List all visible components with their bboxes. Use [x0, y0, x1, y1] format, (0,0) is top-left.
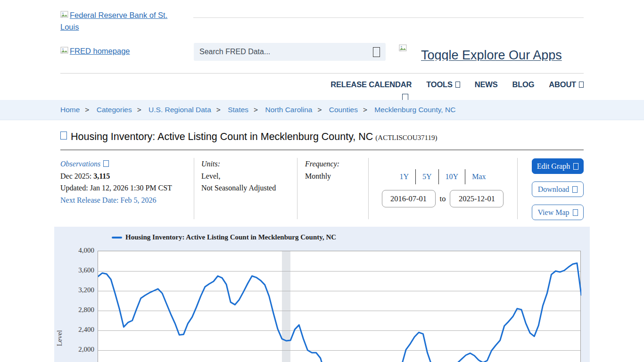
- frequency-value: Monthly: [305, 170, 339, 182]
- y-axis-tick-label: 4,000: [66, 247, 94, 255]
- range-1y-button[interactable]: 1Y: [393, 171, 415, 183]
- legend-label: Housing Inventory: Active Listing Count …: [125, 233, 336, 241]
- nav-blog[interactable]: BLOG: [512, 80, 534, 89]
- series-link-icon: [60, 132, 67, 140]
- download-button[interactable]: Download: [532, 181, 584, 197]
- start-date-input[interactable]: [382, 190, 436, 207]
- to-label: to: [440, 193, 446, 205]
- breadcrumb-home[interactable]: Home: [60, 106, 80, 114]
- breadcrumb-separator: >: [254, 106, 258, 114]
- fred-series-page: { "header": { "frb_logo_alt": "Federal R…: [0, 0, 644, 362]
- y-axis-tick-label: 2,000: [66, 346, 94, 354]
- page-title: Housing Inventory: Active Listing Count …: [71, 131, 373, 142]
- caret-down-icon: [455, 82, 460, 88]
- title-divider: [60, 149, 584, 150]
- breadcrumb-counties[interactable]: Counties: [329, 106, 358, 114]
- updated-timestamp: Updated: Jan 12, 2026 1:30 PM CST: [60, 182, 172, 194]
- series-title-row: Housing Inventory: Active Listing Count …: [60, 131, 584, 143]
- next-release-link[interactable]: Next Release Date: Feb 5, 2026: [60, 196, 157, 204]
- meta-divider: [194, 158, 194, 219]
- broken-image-icon: [399, 44, 407, 53]
- frb-stl-logo-alt-text: Federal Reserve Bank of St. Louis: [60, 11, 167, 31]
- nav-about[interactable]: ABOUT: [549, 80, 584, 89]
- download-icon: [572, 186, 578, 193]
- breadcrumb-separator: >: [216, 106, 221, 114]
- chart-legend: Housing Inventory: Active Listing Count …: [112, 233, 336, 241]
- latest-observation: Dec 2025: 3,115: [60, 170, 172, 182]
- latest-observation-value: 3,115: [93, 172, 110, 180]
- data-series-line: [98, 263, 581, 362]
- main-navigation: RELEASE CALENDAR TOOLS NEWS BLOG ABOUT: [330, 80, 584, 89]
- units-value-line2: Not Seasonally Adjusted: [201, 182, 276, 194]
- breadcrumb-north-carolina[interactable]: North Carolina: [265, 106, 312, 114]
- y-axis-tick-label: 2,800: [66, 306, 94, 314]
- caret-down-icon: [579, 82, 584, 88]
- edit-graph-button[interactable]: Edit Graph: [532, 158, 584, 174]
- breadcrumb-states[interactable]: States: [228, 106, 248, 114]
- breadcrumb-separator: >: [85, 106, 89, 114]
- breadcrumb-bar: Home> Categories> U.S. Regional Data> St…: [0, 100, 644, 120]
- breadcrumb-mecklenburg-county[interactable]: Mecklenburg County, NC: [374, 106, 455, 114]
- broken-image-icon: [60, 47, 69, 55]
- fred-search-bar[interactable]: Search FRED Data...: [194, 43, 386, 61]
- search-input[interactable]: Search FRED Data...: [199, 48, 373, 56]
- y-axis-tick-label: 2,400: [66, 326, 94, 334]
- view-map-button[interactable]: View Map: [532, 205, 584, 220]
- breadcrumb-us-regional-data[interactable]: U.S. Regional Data: [149, 106, 211, 114]
- nav-tools[interactable]: TOOLS: [426, 80, 460, 89]
- units-panel: Units: Level, Not Seasonally Adjusted: [201, 158, 276, 194]
- observations-link[interactable]: Observations: [60, 160, 109, 168]
- units-label: Units:: [201, 158, 276, 170]
- frequency-panel: Frequency: Monthly: [305, 158, 339, 182]
- explore-apps-toggle[interactable]: Toggle Explore Our Apps: [421, 47, 577, 61]
- chart-container: Housing Inventory: Active Listing Count …: [54, 227, 590, 362]
- meta-divider: [517, 158, 518, 219]
- fred-homepage-link[interactable]: FRED homepage: [60, 47, 130, 56]
- series-line-chart[interactable]: [98, 251, 581, 362]
- y-axis-title: Level: [56, 330, 64, 346]
- breadcrumb-categories[interactable]: Categories: [97, 106, 132, 114]
- y-axis-tick-label: 3,600: [66, 266, 94, 274]
- nav-news[interactable]: NEWS: [475, 80, 498, 89]
- range-5y-button[interactable]: 5Y: [416, 171, 438, 183]
- nav-release-calendar[interactable]: RELEASE CALENDAR: [330, 80, 412, 89]
- frequency-label: Frequency:: [305, 158, 339, 170]
- range-10y-button[interactable]: 10Y: [439, 171, 465, 183]
- breadcrumb-separator: >: [363, 106, 367, 114]
- plot-area[interactable]: [98, 251, 581, 362]
- frb-stl-logo-link[interactable]: Federal Reserve Bank of St. Louis: [60, 9, 184, 33]
- broken-image-icon: [60, 11, 69, 19]
- date-range-panel: 1Y 5Y 10Y Max to: [368, 158, 517, 207]
- observations-panel: Observations Dec 2025: 3,115 Updated: Ja…: [60, 158, 172, 206]
- breadcrumb-separator: >: [137, 106, 141, 114]
- info-icon: [103, 160, 109, 167]
- units-value-line1: Level,: [201, 170, 276, 182]
- breadcrumb-separator: >: [317, 106, 322, 114]
- series-id: (ACTLISCOU37119): [375, 134, 437, 141]
- header-divider: [193, 17, 584, 18]
- breadcrumb: Home> Categories> U.S. Regional Data> St…: [60, 106, 455, 114]
- action-buttons: Edit Graph Download View Map: [532, 158, 584, 220]
- meta-divider: [297, 158, 297, 219]
- end-date-input[interactable]: [450, 190, 504, 207]
- zoom-range-links: 1Y 5Y 10Y Max: [393, 169, 492, 184]
- legend-line-swatch: [112, 237, 122, 239]
- map-icon: [573, 209, 578, 216]
- external-link-icon: [573, 163, 578, 170]
- y-axis-tick-label: 3,200: [66, 286, 94, 294]
- nav-divider: [60, 73, 584, 74]
- fred-homepage-alt-text: FRED homepage: [70, 47, 130, 55]
- search-icon[interactable]: [373, 47, 380, 57]
- range-max-button[interactable]: Max: [465, 171, 492, 183]
